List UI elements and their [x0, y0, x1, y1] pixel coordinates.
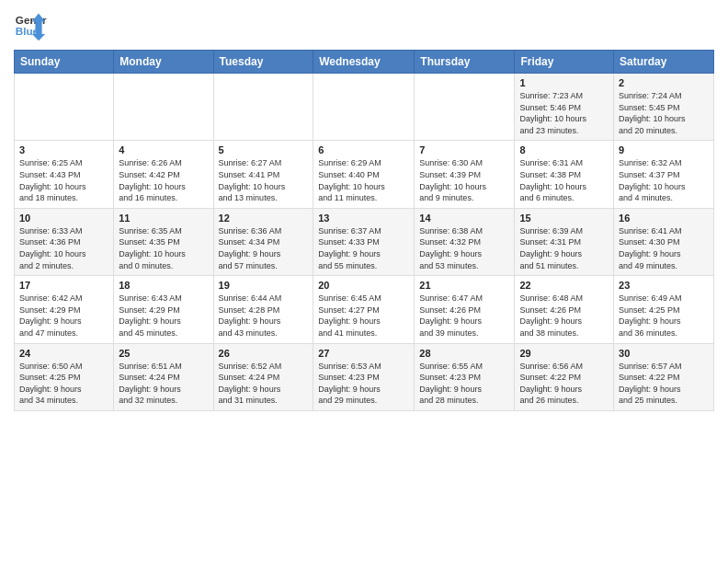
calendar-cell: 13Sunrise: 6:37 AM Sunset: 4:33 PM Dayli… [313, 208, 415, 275]
day-number: 10 [19, 213, 108, 224]
day-info: Sunrise: 6:39 AM Sunset: 4:31 PM Dayligh… [519, 225, 609, 271]
calendar-week-3: 10Sunrise: 6:33 AM Sunset: 4:36 PM Dayli… [15, 208, 714, 275]
day-info: Sunrise: 6:31 AM Sunset: 4:38 PM Dayligh… [519, 157, 609, 203]
day-number: 1 [519, 77, 609, 88]
calendar-cell: 29Sunrise: 6:56 AM Sunset: 4:22 PM Dayli… [515, 343, 614, 410]
column-header-friday: Friday [515, 51, 614, 74]
day-number: 19 [219, 280, 309, 291]
day-number: 14 [419, 213, 509, 224]
calendar-cell: 30Sunrise: 6:57 AM Sunset: 4:22 PM Dayli… [614, 343, 714, 410]
calendar-cell: 20Sunrise: 6:45 AM Sunset: 4:27 PM Dayli… [313, 276, 415, 343]
calendar-cell: 22Sunrise: 6:48 AM Sunset: 4:26 PM Dayli… [515, 276, 614, 343]
day-number: 6 [318, 144, 409, 155]
calendar-cell [313, 74, 415, 141]
day-info: Sunrise: 6:50 AM Sunset: 4:25 PM Dayligh… [19, 361, 108, 407]
day-info: Sunrise: 6:45 AM Sunset: 4:27 PM Dayligh… [318, 293, 409, 339]
day-number: 3 [19, 144, 108, 155]
day-number: 29 [519, 348, 609, 359]
day-info: Sunrise: 6:27 AM Sunset: 4:41 PM Dayligh… [219, 157, 309, 203]
column-header-thursday: Thursday [415, 51, 515, 74]
day-number: 9 [619, 144, 709, 155]
day-info: Sunrise: 6:55 AM Sunset: 4:23 PM Dayligh… [419, 361, 509, 407]
calendar-cell: 1Sunrise: 7:23 AM Sunset: 5:46 PM Daylig… [515, 74, 614, 141]
column-header-monday: Monday [114, 51, 213, 74]
calendar-cell: 8Sunrise: 6:31 AM Sunset: 4:38 PM Daylig… [515, 141, 614, 208]
day-number: 8 [519, 144, 609, 155]
day-info: Sunrise: 6:56 AM Sunset: 4:22 PM Dayligh… [519, 361, 609, 407]
day-info: Sunrise: 6:25 AM Sunset: 4:43 PM Dayligh… [19, 157, 108, 203]
calendar-cell: 25Sunrise: 6:51 AM Sunset: 4:24 PM Dayli… [114, 343, 213, 410]
day-info: Sunrise: 6:36 AM Sunset: 4:34 PM Dayligh… [219, 225, 309, 271]
day-number: 25 [119, 348, 208, 359]
calendar-cell: 16Sunrise: 6:41 AM Sunset: 4:30 PM Dayli… [614, 208, 714, 275]
day-number: 12 [219, 213, 309, 224]
calendar-header-row: SundayMondayTuesdayWednesdayThursdayFrid… [15, 51, 714, 74]
day-number: 27 [318, 348, 409, 359]
day-info: Sunrise: 6:32 AM Sunset: 4:37 PM Dayligh… [619, 157, 709, 203]
calendar-cell [415, 74, 515, 141]
day-number: 22 [519, 280, 609, 291]
calendar-cell: 7Sunrise: 6:30 AM Sunset: 4:39 PM Daylig… [415, 141, 515, 208]
day-info: Sunrise: 6:52 AM Sunset: 4:24 PM Dayligh… [219, 361, 309, 407]
calendar-cell: 10Sunrise: 6:33 AM Sunset: 4:36 PM Dayli… [15, 208, 114, 275]
calendar-cell: 4Sunrise: 6:26 AM Sunset: 4:42 PM Daylig… [114, 141, 213, 208]
day-info: Sunrise: 6:33 AM Sunset: 4:36 PM Dayligh… [19, 225, 108, 271]
day-info: Sunrise: 6:30 AM Sunset: 4:39 PM Dayligh… [419, 157, 509, 203]
day-info: Sunrise: 6:43 AM Sunset: 4:29 PM Dayligh… [119, 293, 208, 339]
calendar-cell [213, 74, 313, 141]
calendar-cell: 26Sunrise: 6:52 AM Sunset: 4:24 PM Dayli… [213, 343, 313, 410]
day-info: Sunrise: 6:41 AM Sunset: 4:30 PM Dayligh… [619, 225, 709, 271]
calendar-cell: 28Sunrise: 6:55 AM Sunset: 4:23 PM Dayli… [415, 343, 515, 410]
day-info: Sunrise: 7:24 AM Sunset: 5:45 PM Dayligh… [619, 90, 709, 136]
day-info: Sunrise: 7:23 AM Sunset: 5:46 PM Dayligh… [519, 90, 609, 136]
logo-icon: General Blue [14, 9, 47, 42]
day-number: 17 [19, 280, 108, 291]
calendar-cell: 5Sunrise: 6:27 AM Sunset: 4:41 PM Daylig… [213, 141, 313, 208]
logo: General Blue [14, 9, 47, 42]
day-number: 15 [519, 213, 609, 224]
day-number: 2 [619, 77, 709, 88]
calendar-cell [114, 74, 213, 141]
calendar-cell: 6Sunrise: 6:29 AM Sunset: 4:40 PM Daylig… [313, 141, 415, 208]
calendar-cell: 9Sunrise: 6:32 AM Sunset: 4:37 PM Daylig… [614, 141, 714, 208]
calendar-week-4: 17Sunrise: 6:42 AM Sunset: 4:29 PM Dayli… [15, 276, 714, 343]
calendar-cell: 17Sunrise: 6:42 AM Sunset: 4:29 PM Dayli… [15, 276, 114, 343]
column-header-saturday: Saturday [614, 51, 714, 74]
day-number: 28 [419, 348, 509, 359]
calendar-cell: 27Sunrise: 6:53 AM Sunset: 4:23 PM Dayli… [313, 343, 415, 410]
day-info: Sunrise: 6:51 AM Sunset: 4:24 PM Dayligh… [119, 361, 208, 407]
day-info: Sunrise: 6:57 AM Sunset: 4:22 PM Dayligh… [619, 361, 709, 407]
day-info: Sunrise: 6:49 AM Sunset: 4:25 PM Dayligh… [619, 293, 709, 339]
page-header: General Blue [14, 9, 714, 42]
day-number: 18 [119, 280, 208, 291]
day-info: Sunrise: 6:48 AM Sunset: 4:26 PM Dayligh… [519, 293, 609, 339]
calendar-cell: 14Sunrise: 6:38 AM Sunset: 4:32 PM Dayli… [415, 208, 515, 275]
calendar-cell: 24Sunrise: 6:50 AM Sunset: 4:25 PM Dayli… [15, 343, 114, 410]
day-number: 4 [119, 144, 208, 155]
calendar-cell: 23Sunrise: 6:49 AM Sunset: 4:25 PM Dayli… [614, 276, 714, 343]
day-number: 16 [619, 213, 709, 224]
day-number: 23 [619, 280, 709, 291]
calendar-cell: 19Sunrise: 6:44 AM Sunset: 4:28 PM Dayli… [213, 276, 313, 343]
day-number: 21 [419, 280, 509, 291]
column-header-sunday: Sunday [15, 51, 114, 74]
day-info: Sunrise: 6:38 AM Sunset: 4:32 PM Dayligh… [419, 225, 509, 271]
calendar-cell: 11Sunrise: 6:35 AM Sunset: 4:35 PM Dayli… [114, 208, 213, 275]
day-info: Sunrise: 6:42 AM Sunset: 4:29 PM Dayligh… [19, 293, 108, 339]
day-info: Sunrise: 6:47 AM Sunset: 4:26 PM Dayligh… [419, 293, 509, 339]
day-number: 11 [119, 213, 208, 224]
calendar-cell: 21Sunrise: 6:47 AM Sunset: 4:26 PM Dayli… [415, 276, 515, 343]
calendar-table: SundayMondayTuesdayWednesdayThursdayFrid… [14, 50, 714, 411]
day-number: 5 [219, 144, 309, 155]
day-info: Sunrise: 6:44 AM Sunset: 4:28 PM Dayligh… [219, 293, 309, 339]
day-number: 7 [419, 144, 509, 155]
calendar-cell [15, 74, 114, 141]
calendar-week-1: 1Sunrise: 7:23 AM Sunset: 5:46 PM Daylig… [15, 74, 714, 141]
day-info: Sunrise: 6:53 AM Sunset: 4:23 PM Dayligh… [318, 361, 409, 407]
calendar-week-5: 24Sunrise: 6:50 AM Sunset: 4:25 PM Dayli… [15, 343, 714, 410]
calendar-cell: 18Sunrise: 6:43 AM Sunset: 4:29 PM Dayli… [114, 276, 213, 343]
calendar-week-2: 3Sunrise: 6:25 AM Sunset: 4:43 PM Daylig… [15, 141, 714, 208]
day-info: Sunrise: 6:29 AM Sunset: 4:40 PM Dayligh… [318, 157, 409, 203]
calendar-cell: 15Sunrise: 6:39 AM Sunset: 4:31 PM Dayli… [515, 208, 614, 275]
day-number: 30 [619, 348, 709, 359]
